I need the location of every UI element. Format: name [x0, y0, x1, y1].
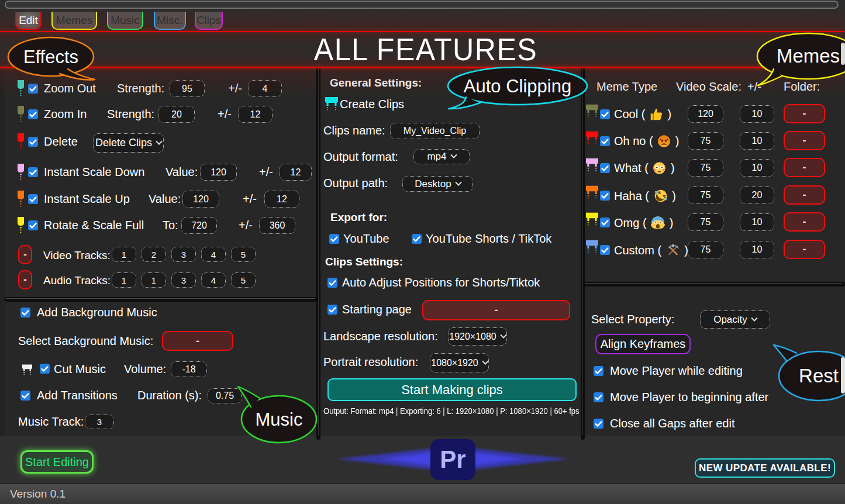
svg-text:Effects: Effects — [23, 47, 78, 67]
svg-text:Memes: Memes — [777, 45, 840, 67]
svg-text:Auto Clipping: Auto Clipping — [464, 76, 571, 96]
svg-text:Rest: Rest — [799, 365, 839, 386]
svg-text:Music: Music — [256, 409, 303, 430]
